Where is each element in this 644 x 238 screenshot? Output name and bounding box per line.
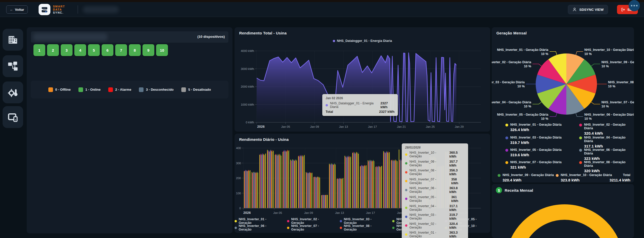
more-options-button[interactable]: [629, 0, 640, 11]
legend-label: NHS_Inverter_05 - Geração Diária: [510, 148, 561, 152]
sidebar-item-topology[interactable]: [3, 55, 23, 77]
legend-value: 321 kWh: [510, 165, 561, 169]
pie-legend-item[interactable]: NHS_Inverter_05 - Geração Diária319.6 kW…: [505, 148, 561, 157]
pie-slice-label: NHS_Inverter_08 - Geração Diária: [608, 80, 634, 84]
device-button-6[interactable]: 6: [102, 44, 113, 56]
area-chart-tooltip: Jan 02 2026NHS_Datalogger_01 - Energia D…: [322, 94, 398, 116]
tooltip-dot: [405, 198, 407, 200]
dollar-icon: $: [496, 187, 502, 193]
device-button-1[interactable]: 1: [33, 44, 45, 56]
device-button-10[interactable]: 10: [156, 44, 168, 56]
tooltip-row: NHS_Inverter_01 - Geração363.3 kWh: [405, 231, 465, 238]
legend-label: NHS_Inverter_08 - Geração Diária: [584, 160, 634, 168]
tooltip-label: NHS_Inverter_09 - Geração: [409, 160, 447, 167]
legend-item[interactable]: NHS_Inverter_06 - Geração: [235, 224, 280, 231]
device-buttons-row: 12345678910: [33, 44, 168, 56]
sidebar-item-weather-sensor[interactable]: [3, 81, 23, 103]
sdsync-view-button[interactable]: SDSYNC VIEW: [568, 5, 608, 14]
legend-item[interactable]: NHS_Inverter_03 - Geração: [340, 217, 385, 225]
pie-slice-percent: 10 %: [584, 52, 592, 56]
legend-item[interactable]: NHS_Inverter_02 - Geração: [287, 217, 332, 225]
status-label: 5 - Desativado: [188, 88, 211, 91]
device-button-9[interactable]: 9: [142, 44, 154, 56]
svg-text:2026: 2026: [257, 125, 265, 129]
receita-title-row: $ Receita Mensal: [496, 187, 533, 193]
legend-dot: [579, 149, 582, 152]
tooltip-dot: [405, 171, 407, 173]
legend-label: Total: [610, 173, 630, 177]
tooltip-label: NHS_Inverter_01 - Geração: [409, 231, 447, 238]
pie-legend-item[interactable]: Total3211.4 kWh: [610, 173, 630, 182]
pie-slice-label: NHS_Inverter_03 - Geração Diária: [492, 80, 525, 84]
svg-text:Jan 21: Jan 21: [397, 125, 406, 128]
tooltip-dot: [405, 162, 407, 164]
pie-legend-item[interactable]: NHS_Inverter_09 - Geração Diária320.4 kW…: [498, 173, 554, 182]
device-button-4[interactable]: 4: [74, 44, 86, 56]
status-legend-item: 3 - Desconhecido: [139, 87, 174, 92]
svg-text:Jan 25: Jan 25: [426, 125, 435, 128]
redacted-datalogger-name: [33, 33, 108, 41]
legend-label: NHS_Inverter_06 - Geração: [239, 224, 280, 231]
status-label: 0 - Offline: [55, 88, 71, 91]
device-button-7[interactable]: 7: [115, 44, 127, 56]
sidebar-item-buildings[interactable]: [3, 29, 23, 51]
tooltip-total-row: Total2327 kWh: [326, 110, 395, 114]
svg-text:4000 kWh: 4000 kWh: [241, 49, 254, 52]
tooltip-value: 317.1 kWh: [449, 204, 465, 212]
pie-legend-item[interactable]: NHS_Inverter_06 - Geração Diária323 kWh: [579, 148, 634, 161]
legend-item[interactable]: NHS_Inverter_01 - Geração: [235, 217, 280, 225]
device-button-8[interactable]: 8: [129, 44, 141, 56]
legend-item[interactable]: NHS_Inverter_07 - Geração: [287, 224, 332, 231]
tooltip-row: NHS_Datalogger_01 - Energia Diaria2327 k…: [326, 101, 395, 109]
legend-dot: [505, 136, 508, 139]
status-label: 3 - Desconhecido: [146, 88, 174, 91]
tooltip-value: 358 kWh: [451, 177, 465, 185]
tooltip-value: 363.3 kWh: [449, 231, 465, 238]
legend-label: NHS_Inverter_04 - Geração Diária: [584, 136, 634, 143]
pie-legend-item[interactable]: NHS_Inverter_02 - Geração Diária320.4 kW…: [579, 123, 634, 135]
back-button[interactable]: ← Voltar: [6, 5, 28, 14]
legend-label: NHS_Inverter_02 - Geração: [291, 217, 332, 225]
area-chart[interactable]: 0 kWh1000 kWh2000 kWh3000 kWh4000 kWh202…: [235, 27, 490, 132]
device-button-2[interactable]: 2: [47, 44, 59, 56]
pie-slice-percent: 10 %: [584, 117, 592, 121]
pie-legend-item[interactable]: NHS_Inverter_07 - Geração Diária321 kWh: [505, 160, 561, 169]
device-button-3[interactable]: 3: [61, 44, 73, 56]
tooltip-row: NHS_Inverter_05 - Geração361 kWh: [405, 195, 465, 203]
legend-label: NHS_Inverter_03 - Geração: [344, 217, 385, 225]
pie-legend-item[interactable]: NHS_Inverter_10 - Geração Diária323.8 kW…: [556, 173, 612, 182]
device-button-5[interactable]: 5: [88, 44, 100, 56]
legend-dot: [392, 220, 395, 222]
pie-slice-label: NHS_Inverter_07 - Geração Diária: [602, 100, 634, 104]
legend-item[interactable]: NHS_Inverter_08 - Geração: [340, 224, 385, 231]
svg-text:Jan 09: Jan 09: [304, 211, 313, 214]
pie-legend-item[interactable]: NHS_Inverter_03 - Geração Diária319.7 kW…: [505, 136, 561, 145]
pie-legend-item[interactable]: NHS_Inverter_01 - Geração Diária326.4 kW…: [505, 123, 561, 132]
smartdatasync-logo-icon: [39, 4, 50, 15]
pie-legend-item[interactable]: NHS_Inverter_08 - Geração Diária320 kWh: [579, 160, 634, 173]
legend-label: NHS_Inverter_03 - Geração Diária: [510, 136, 561, 139]
svg-text:200: 200: [236, 177, 241, 180]
sidebar-item-devices[interactable]: [3, 106, 23, 128]
svg-text:300: 300: [236, 162, 241, 165]
bar-chart-tooltip: 28/01/2026NHS_Inverter_10 - Geração360.5…: [402, 143, 468, 238]
legend-dot: [556, 174, 559, 177]
receita-mensal-panel: $ Receita Mensal: [492, 184, 634, 238]
pie-legend-item[interactable]: NHS_Inverter_04 - Geração Diária317.1 kW…: [579, 136, 634, 148]
dashboard-root: ← Voltar SMART DATA SYNC. SDSYNC V: [0, 0, 644, 238]
tooltip-row: NHS_Inverter_04 - Geração317.1 kWh: [405, 204, 465, 212]
svg-text:400: 400: [236, 147, 241, 150]
legend-value: 326.4 kWh: [510, 127, 561, 132]
tooltip-label: NHS_Inverter_03 - Geração: [409, 213, 447, 220]
svg-text:Jan 09: Jan 09: [310, 125, 319, 128]
legend-dot: [579, 124, 582, 126]
pie-slice-label: NHS_Inverter_01 - Geração Diária: [497, 48, 548, 52]
legend-dot: [392, 227, 395, 229]
status-label: 1 - Online: [85, 88, 101, 91]
pie-slice-percent: 10 %: [608, 85, 615, 88]
brand-line-1: SMART: [53, 5, 65, 8]
brand-line-3: SYNC.: [53, 11, 65, 14]
status-legend-item: 2 - Alarme: [108, 87, 131, 92]
header-divider: [78, 5, 78, 14]
legend-dot: [235, 227, 237, 229]
